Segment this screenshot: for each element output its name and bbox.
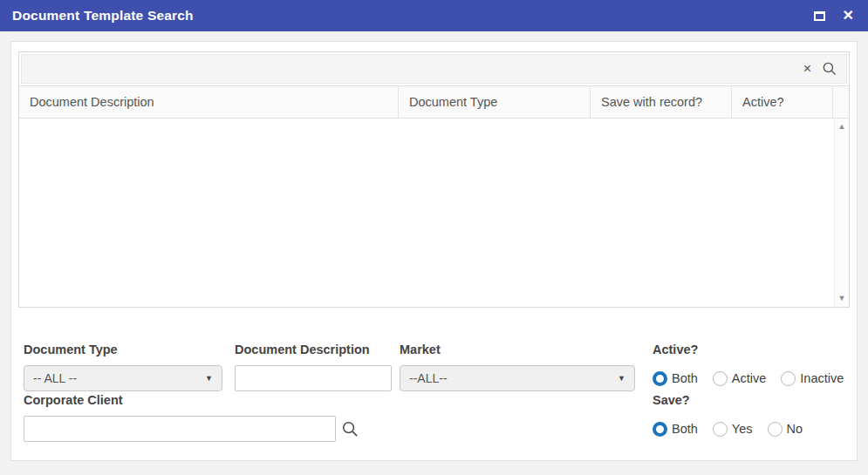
active-option-both[interactable]: Both [653, 371, 698, 386]
dialog-titlebar: Document Template Search ✕ [0, 0, 868, 31]
chevron-down-icon: ▼ [618, 366, 625, 390]
radio-label: Inactive [800, 371, 844, 385]
market-selected-value: --ALL-- [409, 371, 448, 385]
column-header-document-type[interactable]: Document Type [399, 86, 591, 118]
active-radio-row: Both Active Inactive [653, 365, 853, 391]
corporate-client-label: Corporate Client [24, 393, 368, 409]
corporate-client-field: Corporate Client [24, 393, 368, 442]
results-panel: × Document Description Document Type Sav… [18, 51, 850, 308]
search-icon[interactable] [822, 61, 837, 77]
corporate-client-lookup-icon[interactable] [341, 420, 359, 438]
dialog-title: Document Template Search [12, 8, 814, 24]
radio-label: Both [672, 422, 698, 436]
save-filter-label: Save? [653, 393, 853, 409]
radio-button[interactable] [653, 422, 667, 437]
market-field: Market --ALL-- ▼ [400, 343, 635, 391]
column-header-active[interactable]: Active? [732, 86, 833, 118]
active-filter-label: Active? [653, 343, 853, 358]
active-filter-group: Active? Both Active Inactive [653, 343, 853, 391]
radio-button[interactable] [713, 371, 728, 386]
radio-button[interactable] [768, 422, 783, 437]
radio-label: Both [672, 371, 698, 385]
active-option-inactive[interactable]: Inactive [781, 371, 844, 386]
column-header-spacer [833, 86, 849, 118]
save-filter-group: Save? Both Yes No [653, 393, 853, 442]
corporate-client-input[interactable] [24, 416, 336, 442]
document-type-field: Document Type -- ALL -- ▼ [24, 343, 222, 391]
radio-button[interactable] [653, 371, 667, 386]
maximize-icon [814, 11, 825, 21]
maximize-button[interactable] [814, 11, 843, 21]
save-option-both[interactable]: Both [653, 422, 698, 437]
column-header-save-with-record[interactable]: Save with record? [591, 86, 732, 118]
column-header-document-description[interactable]: Document Description [19, 86, 399, 118]
grid-search-input[interactable] [31, 55, 803, 83]
save-radio-row: Both Yes No [653, 416, 853, 442]
vertical-scrollbar[interactable]: ▲ ▼ [834, 119, 849, 307]
active-option-active[interactable]: Active [713, 371, 767, 386]
market-label: Market [400, 343, 635, 358]
document-description-label: Document Description [235, 343, 392, 358]
chevron-down-icon: ▼ [205, 366, 213, 390]
scroll-down-icon[interactable]: ▼ [835, 295, 849, 302]
radio-label: Yes [732, 422, 753, 436]
document-type-label: Document Type [24, 343, 222, 358]
grid-searchbar: × [21, 54, 847, 84]
close-button[interactable]: ✕ [843, 9, 854, 23]
grid-body-empty: ▲ ▼ [19, 119, 849, 307]
save-option-yes[interactable]: Yes [713, 422, 753, 437]
document-type-select[interactable]: -- ALL -- ▼ [24, 365, 222, 391]
clear-search-icon[interactable]: × [803, 62, 811, 76]
grid-header-row: Document Description Document Type Save … [19, 85, 849, 119]
radio-button[interactable] [713, 422, 728, 437]
document-description-field: Document Description [235, 343, 392, 391]
save-option-no[interactable]: No [768, 422, 803, 437]
market-select[interactable]: --ALL-- ▼ [400, 365, 635, 391]
scroll-up-icon[interactable]: ▲ [835, 123, 849, 131]
document-description-input[interactable] [235, 365, 392, 391]
document-type-selected-value: -- ALL -- [33, 371, 77, 385]
radio-label: No [787, 422, 803, 436]
radio-button[interactable] [781, 371, 796, 386]
close-icon: ✕ [843, 9, 854, 23]
dialog-body: × Document Description Document Type Sav… [10, 41, 858, 461]
radio-label: Active [732, 371, 767, 385]
